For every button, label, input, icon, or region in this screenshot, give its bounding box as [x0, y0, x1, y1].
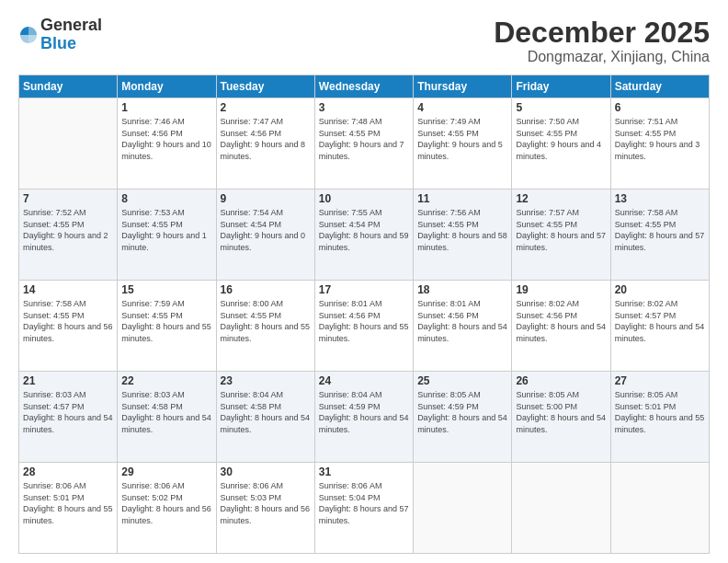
calendar-cell: 8Sunrise: 7:53 AMSunset: 4:55 PMDaylight…: [118, 190, 216, 281]
day-number: 29: [121, 465, 211, 478]
day-info: Sunrise: 7:58 AMSunset: 4:55 PMDaylight:…: [23, 298, 113, 344]
calendar-cell: 18Sunrise: 8:01 AMSunset: 4:56 PMDayligh…: [414, 281, 512, 372]
weekday-header-tuesday: Tuesday: [216, 75, 314, 98]
calendar-body: 1Sunrise: 7:46 AMSunset: 4:56 PMDaylight…: [19, 98, 710, 554]
day-number: 31: [319, 465, 409, 478]
day-info: Sunrise: 8:05 AMSunset: 4:59 PMDaylight:…: [417, 389, 507, 435]
day-number: 2: [221, 101, 311, 114]
day-info: Sunrise: 7:47 AMSunset: 4:56 PMDaylight:…: [221, 116, 311, 162]
day-number: 30: [221, 465, 311, 478]
weekday-header-monday: Monday: [118, 75, 216, 98]
calendar-cell: 21Sunrise: 8:03 AMSunset: 4:57 PMDayligh…: [19, 372, 118, 463]
day-info: Sunrise: 7:51 AMSunset: 4:55 PMDaylight:…: [615, 116, 705, 162]
day-number: 25: [417, 374, 507, 387]
calendar-cell: 23Sunrise: 8:04 AMSunset: 4:58 PMDayligh…: [216, 372, 314, 463]
day-number: 21: [23, 374, 113, 387]
calendar-cell: 2Sunrise: 7:47 AMSunset: 4:56 PMDaylight…: [216, 98, 314, 190]
day-info: Sunrise: 8:04 AMSunset: 4:59 PMDaylight:…: [319, 389, 409, 435]
calendar-cell: 10Sunrise: 7:55 AMSunset: 4:54 PMDayligh…: [314, 190, 413, 281]
logo: General Blue: [18, 17, 102, 53]
day-number: 28: [23, 465, 113, 478]
day-info: Sunrise: 8:06 AMSunset: 5:01 PMDaylight:…: [23, 480, 113, 526]
day-number: 8: [121, 192, 211, 205]
day-info: Sunrise: 8:03 AMSunset: 4:57 PMDaylight:…: [23, 389, 113, 435]
calendar-cell: 3Sunrise: 7:48 AMSunset: 4:55 PMDaylight…: [314, 98, 413, 190]
calendar-cell: 14Sunrise: 7:58 AMSunset: 4:55 PMDayligh…: [19, 281, 118, 372]
day-info: Sunrise: 8:02 AMSunset: 4:57 PMDaylight:…: [615, 298, 705, 344]
day-number: 1: [121, 101, 211, 114]
calendar-cell: [610, 463, 709, 554]
day-number: 26: [516, 374, 606, 387]
header: General Blue December 2025 Dongmazar, Xi…: [18, 17, 710, 65]
day-number: 5: [516, 101, 606, 114]
location: Dongmazar, Xinjiang, China: [494, 49, 710, 65]
calendar-cell: [19, 98, 118, 190]
calendar-cell: 7Sunrise: 7:52 AMSunset: 4:55 PMDaylight…: [19, 190, 118, 281]
day-number: 6: [615, 101, 705, 114]
day-number: 12: [516, 192, 606, 205]
calendar-cell: 13Sunrise: 7:58 AMSunset: 4:55 PMDayligh…: [610, 190, 709, 281]
calendar-cell: 16Sunrise: 8:00 AMSunset: 4:55 PMDayligh…: [216, 281, 314, 372]
calendar-cell: 11Sunrise: 7:56 AMSunset: 4:55 PMDayligh…: [414, 190, 512, 281]
day-number: 23: [221, 374, 311, 387]
day-number: 11: [417, 192, 507, 205]
logo-icon: [18, 25, 39, 45]
day-info: Sunrise: 7:50 AMSunset: 4:55 PMDaylight:…: [516, 116, 606, 162]
day-number: 9: [221, 192, 311, 205]
day-info: Sunrise: 8:04 AMSunset: 4:58 PMDaylight:…: [221, 389, 311, 435]
day-number: 18: [417, 283, 507, 296]
day-info: Sunrise: 7:52 AMSunset: 4:55 PMDaylight:…: [23, 207, 113, 253]
calendar-cell: 28Sunrise: 8:06 AMSunset: 5:01 PMDayligh…: [19, 463, 118, 554]
day-info: Sunrise: 8:00 AMSunset: 4:55 PMDaylight:…: [221, 298, 311, 344]
day-number: 20: [615, 283, 705, 296]
title-block: December 2025 Dongmazar, Xinjiang, China: [494, 17, 710, 65]
logo-general: General: [40, 17, 102, 35]
calendar-cell: 1Sunrise: 7:46 AMSunset: 4:56 PMDaylight…: [118, 98, 216, 190]
day-info: Sunrise: 7:55 AMSunset: 4:54 PMDaylight:…: [319, 207, 409, 253]
day-info: Sunrise: 7:54 AMSunset: 4:54 PMDaylight:…: [221, 207, 311, 253]
calendar-cell: 26Sunrise: 8:05 AMSunset: 5:00 PMDayligh…: [512, 372, 610, 463]
weekday-header-sunday: Sunday: [19, 75, 118, 98]
calendar-cell: 5Sunrise: 7:50 AMSunset: 4:55 PMDaylight…: [512, 98, 610, 190]
calendar-cell: [414, 463, 512, 554]
page: General Blue December 2025 Dongmazar, Xi…: [0, 0, 728, 563]
calendar-cell: 29Sunrise: 8:06 AMSunset: 5:02 PMDayligh…: [118, 463, 216, 554]
day-number: 22: [121, 374, 211, 387]
calendar: SundayMondayTuesdayWednesdayThursdayFrid…: [18, 75, 710, 554]
day-info: Sunrise: 8:06 AMSunset: 5:02 PMDaylight:…: [121, 480, 211, 526]
weekday-header-saturday: Saturday: [610, 75, 709, 98]
day-info: Sunrise: 7:58 AMSunset: 4:55 PMDaylight:…: [615, 207, 705, 253]
day-info: Sunrise: 7:49 AMSunset: 4:55 PMDaylight:…: [417, 116, 507, 162]
weekday-header-wednesday: Wednesday: [314, 75, 413, 98]
day-info: Sunrise: 7:57 AMSunset: 4:55 PMDaylight:…: [516, 207, 606, 253]
day-info: Sunrise: 7:46 AMSunset: 4:56 PMDaylight:…: [121, 116, 211, 162]
calendar-cell: 22Sunrise: 8:03 AMSunset: 4:58 PMDayligh…: [118, 372, 216, 463]
day-number: 16: [221, 283, 311, 296]
calendar-cell: 12Sunrise: 7:57 AMSunset: 4:55 PMDayligh…: [512, 190, 610, 281]
calendar-cell: 15Sunrise: 7:59 AMSunset: 4:55 PMDayligh…: [118, 281, 216, 372]
day-number: 10: [319, 192, 409, 205]
week-row-5: 28Sunrise: 8:06 AMSunset: 5:01 PMDayligh…: [19, 463, 710, 554]
day-number: 15: [121, 283, 211, 296]
calendar-cell: 25Sunrise: 8:05 AMSunset: 4:59 PMDayligh…: [414, 372, 512, 463]
logo-blue: Blue: [40, 35, 102, 53]
day-info: Sunrise: 7:48 AMSunset: 4:55 PMDaylight:…: [319, 116, 409, 162]
day-number: 17: [319, 283, 409, 296]
day-number: 4: [417, 101, 507, 114]
calendar-cell: 17Sunrise: 8:01 AMSunset: 4:56 PMDayligh…: [314, 281, 413, 372]
day-number: 7: [23, 192, 113, 205]
day-number: 14: [23, 283, 113, 296]
day-info: Sunrise: 8:01 AMSunset: 4:56 PMDaylight:…: [319, 298, 409, 344]
day-info: Sunrise: 7:59 AMSunset: 4:55 PMDaylight:…: [121, 298, 211, 344]
week-row-3: 14Sunrise: 7:58 AMSunset: 4:55 PMDayligh…: [19, 281, 710, 372]
calendar-cell: 27Sunrise: 8:05 AMSunset: 5:01 PMDayligh…: [610, 372, 709, 463]
week-row-4: 21Sunrise: 8:03 AMSunset: 4:57 PMDayligh…: [19, 372, 710, 463]
day-info: Sunrise: 7:56 AMSunset: 4:55 PMDaylight:…: [417, 207, 507, 253]
day-info: Sunrise: 8:02 AMSunset: 4:56 PMDaylight:…: [516, 298, 606, 344]
day-number: 3: [319, 101, 409, 114]
calendar-cell: 9Sunrise: 7:54 AMSunset: 4:54 PMDaylight…: [216, 190, 314, 281]
week-row-1: 1Sunrise: 7:46 AMSunset: 4:56 PMDaylight…: [19, 98, 710, 190]
day-number: 27: [615, 374, 705, 387]
day-info: Sunrise: 8:03 AMSunset: 4:58 PMDaylight:…: [121, 389, 211, 435]
calendar-cell: 30Sunrise: 8:06 AMSunset: 5:03 PMDayligh…: [216, 463, 314, 554]
